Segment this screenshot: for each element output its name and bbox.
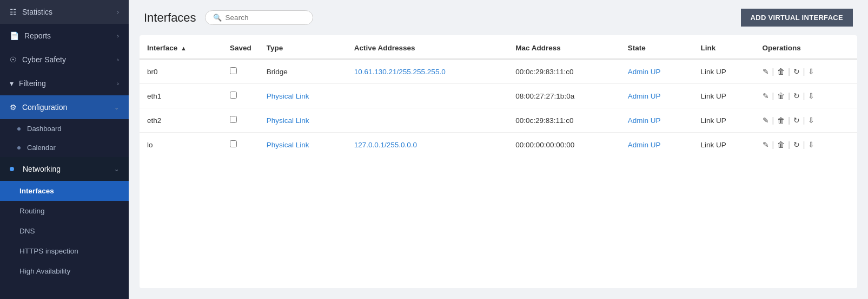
- sidebar-subitem-calendar[interactable]: Calendar: [17, 138, 129, 157]
- refresh-icon[interactable]: ↻: [793, 67, 800, 76]
- chevron-down-icon: ⌄: [114, 104, 119, 111]
- cell-link: Link UP: [693, 133, 754, 157]
- cell-saved[interactable]: [222, 133, 259, 157]
- shield-icon: ☉: [10, 55, 17, 64]
- sidebar-subitem-https-inspection[interactable]: HTTPS inspection: [0, 241, 129, 261]
- delete-icon[interactable]: 🗑: [777, 140, 785, 149]
- table-row: eth1 Physical Link 08:00:27:27:1b:0a Adm…: [140, 84, 857, 108]
- col-header-type: Type: [259, 35, 347, 59]
- download-icon[interactable]: ⇩: [808, 140, 814, 149]
- interfaces-table: Interface ▲ Saved Type Active Addresses …: [140, 35, 857, 157]
- download-icon[interactable]: ⇩: [808, 67, 814, 76]
- sidebar-sublabel-calendar: Calendar: [27, 144, 56, 152]
- saved-checkbox[interactable]: [230, 67, 237, 74]
- saved-checkbox[interactable]: [230, 92, 237, 99]
- sidebar-item-reports[interactable]: 📄 Reports ›: [0, 24, 129, 48]
- page-title: Interfaces: [144, 11, 196, 25]
- chevron-right-icon: ›: [117, 32, 119, 39]
- table-row: lo Physical Link 127.0.0.1/255.0.0.0 00:…: [140, 133, 857, 157]
- sidebar-item-cyber-safety[interactable]: ☉ Cyber Safety ›: [0, 48, 129, 72]
- cell-saved[interactable]: [222, 84, 259, 108]
- cell-interface: eth1: [140, 84, 222, 108]
- sidebar-label-cyber-safety: Cyber Safety: [22, 55, 66, 64]
- cell-link: Link UP: [693, 84, 754, 108]
- search-icon: 🔍: [213, 14, 222, 22]
- cell-active-addresses: [347, 108, 508, 133]
- configuration-submenu: Dashboard Calendar: [0, 119, 129, 157]
- cell-state: Admin UP: [620, 133, 693, 157]
- cell-mac-address: 00:0c:29:83:11:c0: [508, 59, 620, 84]
- sidebar-item-filtering[interactable]: ▾ Filtering ›: [0, 72, 129, 95]
- delete-icon[interactable]: 🗑: [777, 116, 785, 125]
- sidebar-item-configuration[interactable]: ⚙ Configuration ⌄: [0, 95, 129, 119]
- table-row: eth2 Physical Link 00:0c:29:83:11:c0 Adm…: [140, 108, 857, 133]
- col-header-active-addresses: Active Addresses: [347, 35, 508, 59]
- delete-icon[interactable]: 🗑: [777, 67, 785, 76]
- main-content: Interfaces 🔍 ADD VIRTUAL INTERFACE Inter…: [129, 0, 868, 299]
- cell-operations: ✎ | 🗑 | ↻ | ⇩: [755, 133, 857, 157]
- cell-saved[interactable]: [222, 59, 259, 84]
- sidebar-label-filtering: Filtering: [19, 79, 46, 88]
- bullet-icon: [17, 146, 21, 150]
- download-icon[interactable]: ⇩: [808, 92, 814, 100]
- sidebar-label-configuration: Configuration: [22, 103, 67, 112]
- edit-icon[interactable]: ✎: [763, 67, 769, 76]
- add-virtual-interface-button[interactable]: ADD VIRTUAL INTERFACE: [741, 9, 853, 27]
- cell-type: Physical Link: [259, 133, 347, 157]
- edit-icon[interactable]: ✎: [763, 116, 769, 125]
- sidebar: ☷ Statistics › 📄 Reports › ☉ Cyber Safet…: [0, 0, 129, 299]
- chevron-right-icon: ›: [117, 80, 119, 87]
- refresh-icon[interactable]: ↻: [793, 140, 800, 149]
- cell-saved[interactable]: [222, 108, 259, 133]
- cell-type: Physical Link: [259, 84, 347, 108]
- edit-icon[interactable]: ✎: [763, 140, 769, 149]
- cell-mac-address: 00:00:00:00:00:00: [508, 133, 620, 157]
- sidebar-item-networking[interactable]: Networking ⌄: [0, 157, 129, 181]
- search-box[interactable]: 🔍: [205, 10, 313, 25]
- sidebar-subitem-dns[interactable]: DNS: [0, 221, 129, 241]
- cell-state: Admin UP: [620, 84, 693, 108]
- sidebar-subitem-high-availability[interactable]: High Availability: [0, 261, 129, 281]
- file-icon: 📄: [10, 31, 19, 40]
- col-header-interface[interactable]: Interface ▲: [140, 35, 222, 59]
- sidebar-subitem-routing[interactable]: Routing: [0, 201, 129, 221]
- sidebar-sublabel-dashboard: Dashboard: [27, 125, 62, 133]
- refresh-icon[interactable]: ↻: [793, 116, 800, 125]
- cell-type: Bridge: [259, 59, 347, 84]
- col-header-mac-address: Mac Address: [508, 35, 620, 59]
- interfaces-table-container: Interface ▲ Saved Type Active Addresses …: [140, 35, 857, 288]
- search-input[interactable]: [226, 14, 305, 22]
- cell-interface: lo: [140, 133, 222, 157]
- col-header-link: Link: [693, 35, 754, 59]
- bullet-networking-icon: [10, 167, 14, 171]
- filter-icon: ▾: [10, 79, 14, 88]
- sidebar-subitem-interfaces[interactable]: Interfaces: [0, 181, 129, 201]
- sidebar-item-statistics[interactable]: ☷ Statistics ›: [0, 0, 129, 24]
- cell-link: Link UP: [693, 59, 754, 84]
- col-header-state: State: [620, 35, 693, 59]
- cell-interface: eth2: [140, 108, 222, 133]
- chevron-right-icon: ›: [117, 9, 119, 15]
- saved-checkbox[interactable]: [230, 116, 237, 123]
- table-body: br0 Bridge 10.61.130.21/255.255.255.0 00…: [140, 59, 857, 157]
- chevron-right-icon: ›: [117, 56, 119, 63]
- saved-checkbox[interactable]: [230, 140, 237, 147]
- gear-icon: ⚙: [10, 103, 17, 112]
- delete-icon[interactable]: 🗑: [777, 92, 785, 100]
- cell-mac-address: 08:00:27:27:1b:0a: [508, 84, 620, 108]
- sidebar-subitem-dashboard[interactable]: Dashboard: [17, 119, 129, 138]
- edit-icon[interactable]: ✎: [763, 92, 769, 100]
- cell-type: Physical Link: [259, 108, 347, 133]
- table-row: br0 Bridge 10.61.130.21/255.255.255.0 00…: [140, 59, 857, 84]
- sort-arrow-icon: ▲: [181, 45, 187, 51]
- chevron-down-networking-icon: ⌄: [114, 166, 119, 173]
- cell-mac-address: 00:0c:29:83:11:c0: [508, 108, 620, 133]
- cell-state: Admin UP: [620, 59, 693, 84]
- cell-operations: ✎ | 🗑 | ↻ | ⇩: [755, 84, 857, 108]
- refresh-icon[interactable]: ↻: [793, 92, 800, 100]
- chart-icon: ☷: [10, 8, 17, 16]
- page-header: Interfaces 🔍 ADD VIRTUAL INTERFACE: [129, 0, 868, 35]
- table-header-row: Interface ▲ Saved Type Active Addresses …: [140, 35, 857, 59]
- sidebar-label-networking: Networking: [23, 165, 61, 173]
- download-icon[interactable]: ⇩: [808, 116, 814, 125]
